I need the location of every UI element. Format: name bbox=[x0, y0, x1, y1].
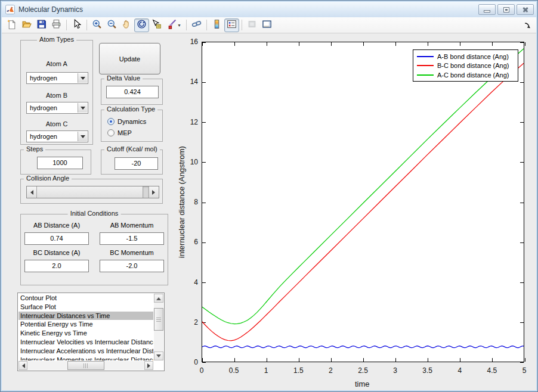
zoom-in-button[interactable] bbox=[89, 18, 104, 32]
restore-icon bbox=[503, 7, 509, 13]
scroll-left-button[interactable] bbox=[18, 361, 27, 370]
close-button[interactable] bbox=[517, 4, 534, 15]
list-item[interactable]: Internuclear Distances vs Time bbox=[18, 312, 153, 321]
open-folder-button[interactable] bbox=[19, 18, 34, 32]
steps-group: Steps 1000 bbox=[20, 150, 91, 175]
brush-button[interactable]: ▾ bbox=[164, 18, 184, 32]
minimize-button[interactable] bbox=[478, 4, 496, 15]
plot-curves bbox=[202, 42, 524, 362]
list-item[interactable]: Potential Energy vs Time bbox=[18, 320, 153, 329]
data-cursor-button[interactable] bbox=[149, 18, 164, 32]
bc-momentum-field[interactable]: -2.0 bbox=[100, 260, 164, 272]
slider-left-arrow[interactable] bbox=[27, 186, 37, 198]
radio-label: MEP bbox=[118, 129, 132, 136]
y-tick-label: 14 bbox=[179, 77, 198, 86]
dock-figure-icon[interactable] bbox=[524, 21, 531, 28]
list-item[interactable]: Internuclear Velocities vs Internuclear … bbox=[18, 338, 153, 347]
atom-types-group: Atom Types Atom AhydrogenAtom BhydrogenA… bbox=[20, 40, 93, 145]
scroll-down-button[interactable] bbox=[154, 351, 163, 360]
insert-colorbar-button[interactable] bbox=[209, 18, 224, 32]
rotate-3d-icon bbox=[137, 19, 147, 32]
insert-legend-button[interactable] bbox=[224, 18, 239, 32]
vertical-scroll-thumb[interactable] bbox=[154, 308, 163, 331]
collision-angle-label: Collision Angle bbox=[24, 175, 72, 182]
radio-mep[interactable]: MEP bbox=[101, 127, 162, 138]
rotate-3d-button[interactable] bbox=[134, 18, 149, 32]
ab-momentum-field[interactable]: -1.5 bbox=[100, 232, 164, 245]
slider-thumb[interactable] bbox=[37, 186, 143, 198]
chevron-down-icon[interactable] bbox=[78, 103, 87, 113]
legend-entry: A-C bond distance (Ang) bbox=[417, 70, 514, 80]
chevron-down-icon[interactable] bbox=[78, 73, 87, 83]
insert-colorbar-icon bbox=[212, 19, 222, 32]
right-arrow-icon bbox=[152, 190, 157, 195]
collision-angle-slider[interactable] bbox=[26, 186, 159, 198]
link-plot-button[interactable] bbox=[189, 18, 204, 32]
legend-entry: B-C bond distance (Ang) bbox=[417, 61, 514, 71]
horizontal-scroll-track[interactable] bbox=[27, 361, 144, 370]
scroll-right-button[interactable] bbox=[144, 361, 153, 370]
close-icon bbox=[522, 6, 529, 13]
atom-b-select[interactable]: hydrogen bbox=[26, 102, 88, 114]
pan-button[interactable] bbox=[119, 18, 134, 32]
show-plot-tools-button[interactable] bbox=[259, 18, 274, 32]
window-controls bbox=[478, 4, 534, 15]
title-bar: Molecular Dynamics bbox=[2, 2, 536, 17]
legend-label: A-C bond distance (Ang) bbox=[437, 71, 509, 79]
listbox-vertical-scrollbar[interactable] bbox=[154, 294, 163, 360]
chevron-down-icon[interactable] bbox=[78, 132, 87, 141]
ic-label: BC Distance (A) bbox=[24, 249, 89, 256]
list-item[interactable]: Internuclear Accelerations vs Internucle… bbox=[18, 347, 153, 356]
legend-line-sample bbox=[417, 56, 434, 57]
x-tick-label: 4.5 bbox=[479, 366, 505, 375]
pointer-button[interactable] bbox=[69, 18, 84, 32]
x-tick-label: 0.5 bbox=[221, 366, 247, 375]
new-document-button[interactable] bbox=[4, 18, 19, 32]
list-item[interactable]: Kinetic Energy vs Time bbox=[18, 329, 153, 338]
bc-distance-a-field[interactable]: 2.0 bbox=[24, 260, 89, 272]
atom-a-select[interactable]: hydrogen bbox=[26, 72, 88, 84]
radio-button-icon[interactable] bbox=[107, 118, 115, 125]
x-tick-label: 1 bbox=[253, 366, 279, 375]
delta-value-label: Delta Value bbox=[104, 74, 143, 82]
atom-c-value: hydrogen bbox=[30, 133, 57, 140]
cutoff-field[interactable]: -20 bbox=[115, 157, 158, 170]
atom-b-label: Atom B bbox=[21, 92, 92, 99]
scroll-up-button[interactable] bbox=[154, 294, 163, 303]
restore-button[interactable] bbox=[497, 4, 515, 15]
horizontal-scroll-thumb[interactable] bbox=[67, 361, 105, 370]
delta-value-field[interactable]: 0.424 bbox=[106, 86, 159, 98]
save-button[interactable] bbox=[34, 18, 49, 32]
radio-button-icon[interactable] bbox=[107, 129, 115, 136]
atom-c-select[interactable]: hydrogen bbox=[26, 130, 88, 142]
list-item[interactable]: Contour Plot bbox=[18, 294, 153, 303]
slider-right-arrow[interactable] bbox=[149, 186, 159, 198]
ic-label: AB Distance (A) bbox=[24, 222, 89, 229]
steps-field[interactable]: 1000 bbox=[37, 157, 83, 169]
initial-conditions-label: Initial Conditions bbox=[68, 210, 121, 217]
ab-distance-a-field[interactable]: 0.74 bbox=[24, 232, 89, 245]
slider-track[interactable] bbox=[143, 186, 149, 198]
update-button[interactable]: Update bbox=[99, 43, 160, 74]
print-button[interactable] bbox=[49, 18, 64, 32]
calculation-type-label: Calculation Type bbox=[104, 105, 157, 113]
right-arrow-icon bbox=[147, 363, 153, 368]
radio-dynamics[interactable]: Dynamics bbox=[101, 116, 162, 127]
x-tick-label: 1.5 bbox=[285, 366, 311, 375]
y-tick-label: 12 bbox=[179, 118, 198, 126]
list-item[interactable]: Internuclear Momenta vs Internuclear Dis… bbox=[18, 356, 153, 360]
ic-label: BC Momentum bbox=[100, 249, 164, 256]
zoom-out-button[interactable] bbox=[104, 18, 119, 32]
list-item[interactable]: Surface Plot bbox=[18, 303, 153, 312]
radio-label: Dynamics bbox=[118, 118, 146, 125]
plot-type-listbox[interactable]: Contour PlotSurface PlotInternuclear Dis… bbox=[17, 293, 165, 371]
series-b-c-line bbox=[202, 63, 524, 341]
atom-types-label: Atom Types bbox=[37, 36, 76, 43]
brush-dropdown-caret-icon[interactable]: ▾ bbox=[178, 23, 180, 28]
x-tick-label: 3.5 bbox=[415, 366, 441, 375]
series-a-c-line bbox=[202, 49, 524, 324]
data-cursor-icon bbox=[151, 19, 162, 32]
listbox-horizontal-scrollbar[interactable] bbox=[18, 361, 153, 370]
plot-legend[interactable]: A-B bond distance (Ang)B-C bond distance… bbox=[413, 49, 518, 82]
y-axis-label: internuclear distance (Angstrom) bbox=[177, 146, 186, 258]
